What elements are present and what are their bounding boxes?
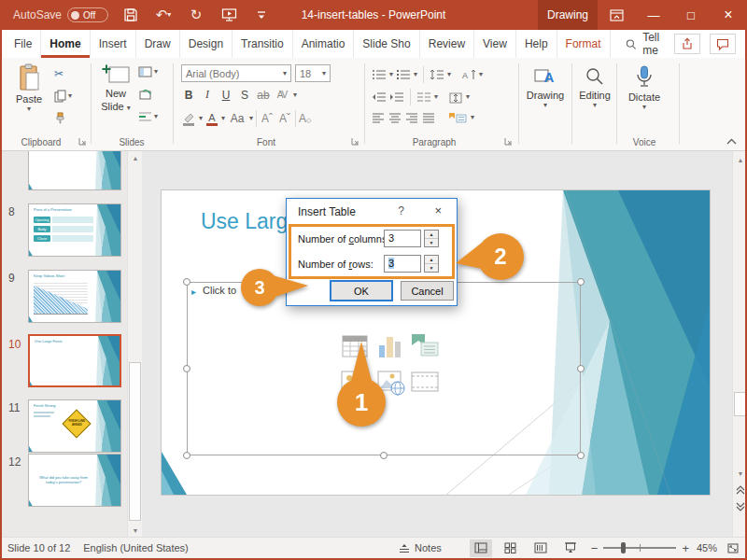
text-shadow-button[interactable]: S bbox=[237, 89, 252, 102]
copy-dropdown-icon[interactable]: ▾ bbox=[68, 93, 72, 99]
slide-sorter-view-button[interactable] bbox=[500, 539, 522, 557]
tab-animations[interactable]: Animatio bbox=[293, 30, 355, 58]
ok-button[interactable]: OK bbox=[330, 280, 393, 301]
normal-view-button[interactable] bbox=[470, 539, 492, 557]
ribbon-display-options-button[interactable] bbox=[598, 0, 635, 30]
redo-button[interactable]: ↻ bbox=[186, 3, 206, 27]
strikethrough-button[interactable]: ab bbox=[256, 89, 271, 102]
language-indicator[interactable]: English (United States) bbox=[83, 542, 189, 553]
thumbnail-slide-8[interactable]: Parts of a Presentation Opening Body Clo… bbox=[28, 203, 121, 257]
layout-dropdown-icon[interactable]: ▾ bbox=[154, 69, 158, 75]
spin-down-icon[interactable]: ▼ bbox=[425, 239, 438, 246]
autosave-switch[interactable]: Off bbox=[67, 7, 108, 22]
section-button[interactable]: ▾ bbox=[138, 111, 158, 122]
slide-title[interactable]: Use Larg bbox=[201, 209, 288, 234]
reading-view-button[interactable] bbox=[529, 539, 552, 557]
font-color-button[interactable]: A bbox=[205, 112, 218, 126]
save-icon[interactable] bbox=[120, 3, 141, 27]
tab-view[interactable]: View bbox=[474, 30, 516, 58]
columns-spinner[interactable]: ▲ ▼ bbox=[424, 230, 439, 247]
tab-design[interactable]: Design bbox=[180, 30, 233, 58]
clipboard-dialog-launcher[interactable] bbox=[78, 137, 87, 146]
thumbnail-slide-11[interactable]: Finish Strong FINISH LINE AHEAD bbox=[28, 399, 121, 453]
autosave-toggle[interactable]: AutoSave Off bbox=[13, 7, 108, 22]
thumbnail-scrollbar[interactable]: ▲ ▼ bbox=[127, 151, 142, 537]
align-right-button[interactable] bbox=[405, 112, 418, 123]
italic-button[interactable]: I bbox=[200, 88, 215, 102]
drawing-dropdown-icon[interactable]: ▾ bbox=[543, 103, 547, 108]
insert-video-icon[interactable] bbox=[410, 370, 440, 394]
section-dropdown-icon[interactable]: ▾ bbox=[154, 114, 158, 119]
numbering-button[interactable] bbox=[396, 69, 411, 80]
tab-help[interactable]: Help bbox=[516, 30, 557, 58]
comments-button[interactable] bbox=[710, 34, 736, 54]
bullets-dropdown-icon[interactable]: ▾ bbox=[389, 72, 393, 77]
highlight-color-button[interactable] bbox=[181, 112, 196, 126]
tell-me-box[interactable]: Tell me bbox=[626, 30, 674, 58]
copy-button[interactable]: ▾ bbox=[54, 90, 72, 103]
convert-smartart-dropdown-icon[interactable]: ▾ bbox=[471, 115, 474, 120]
thumbnail-slide-12[interactable]: What did you take away from today's pres… bbox=[28, 454, 121, 507]
tab-format[interactable]: Format bbox=[557, 30, 611, 58]
contextual-tab-drawing[interactable]: Drawing bbox=[538, 0, 598, 30]
thumbnail-slide-10[interactable]: Use Large Fonts bbox=[28, 334, 121, 387]
numbering-dropdown-icon[interactable]: ▾ bbox=[414, 72, 417, 77]
previous-slide-button[interactable] bbox=[736, 485, 745, 495]
grow-font-button[interactable]: Aˆ bbox=[260, 112, 275, 125]
undo-button[interactable]: ↶▾ bbox=[153, 3, 174, 27]
paste-dropdown-icon[interactable]: ▾ bbox=[27, 106, 31, 112]
cut-button[interactable]: ✂ bbox=[54, 67, 63, 80]
align-left-button[interactable] bbox=[372, 112, 385, 123]
next-slide-button[interactable] bbox=[736, 502, 745, 511]
scrollbar-thumb[interactable] bbox=[129, 362, 141, 521]
minimize-button[interactable]: — bbox=[635, 0, 672, 30]
spin-down-icon[interactable]: ▼ bbox=[425, 264, 438, 272]
tab-insert[interactable]: Insert bbox=[91, 30, 136, 58]
text-direction-button[interactable]: A bbox=[461, 69, 476, 80]
tab-slideshow[interactable]: Slide Sho bbox=[354, 30, 419, 58]
bullets-button[interactable] bbox=[372, 69, 387, 80]
highlight-color-dropdown-icon[interactable]: ▾ bbox=[199, 116, 203, 121]
font-size-dropdown-icon[interactable]: ▾ bbox=[322, 71, 326, 77]
shrink-font-button[interactable]: Aˇ bbox=[277, 112, 292, 125]
notes-button[interactable]: Notes bbox=[399, 542, 442, 553]
quick-access-more-button[interactable] bbox=[251, 3, 272, 27]
tab-review[interactable]: Review bbox=[420, 30, 474, 58]
layout-button[interactable]: ▾ bbox=[138, 66, 158, 77]
dictate-button[interactable]: Dictate ▾ bbox=[622, 65, 667, 110]
collapse-ribbon-button[interactable] bbox=[726, 138, 737, 146]
format-painter-button[interactable] bbox=[54, 112, 66, 125]
columns-input[interactable]: 3 bbox=[384, 230, 421, 247]
start-slideshow-button[interactable] bbox=[218, 3, 239, 27]
bold-button[interactable]: B bbox=[181, 89, 196, 102]
character-spacing-button[interactable]: AV bbox=[275, 90, 289, 100]
underline-button[interactable]: U bbox=[218, 89, 233, 102]
rows-spinner[interactable]: ▲ ▼ bbox=[424, 255, 439, 273]
scroll-down-button[interactable]: ▼ bbox=[128, 524, 143, 537]
dictate-dropdown-icon[interactable]: ▾ bbox=[642, 105, 646, 110]
line-spacing-dropdown-icon[interactable]: ▾ bbox=[447, 72, 451, 77]
align-text-button[interactable] bbox=[448, 91, 463, 104]
editing-dropdown-icon[interactable]: ▾ bbox=[593, 103, 597, 108]
new-slide-button[interactable]: New Slide ▾ bbox=[96, 63, 135, 112]
tab-file[interactable]: File bbox=[6, 30, 41, 58]
dialog-help-button[interactable]: ? bbox=[398, 204, 404, 217]
maximize-button[interactable]: □ bbox=[672, 0, 710, 30]
editing-menu-button[interactable]: Editing ▾ bbox=[574, 65, 615, 108]
close-button[interactable]: × bbox=[710, 0, 747, 30]
dialog-close-button[interactable]: × bbox=[434, 203, 442, 217]
change-case-dropdown-icon[interactable]: ▾ bbox=[249, 116, 253, 121]
drawing-menu-button[interactable]: A Drawing ▾ bbox=[522, 65, 569, 108]
align-text-dropdown-icon[interactable]: ▾ bbox=[466, 94, 470, 100]
character-spacing-dropdown-icon[interactable]: ▾ bbox=[293, 92, 297, 98]
reset-button[interactable] bbox=[138, 89, 152, 100]
share-button[interactable] bbox=[674, 34, 700, 54]
zoom-level[interactable]: 45% bbox=[697, 542, 717, 553]
undo-dropdown-icon[interactable]: ▾ bbox=[167, 12, 171, 18]
cancel-button[interactable]: Cancel bbox=[401, 281, 454, 301]
text-direction-dropdown-icon[interactable]: ▾ bbox=[479, 72, 483, 77]
change-case-button[interactable]: Aa bbox=[228, 112, 247, 125]
resize-handle-nw[interactable] bbox=[183, 278, 190, 286]
font-color-dropdown-icon[interactable]: ▾ bbox=[221, 116, 225, 121]
clear-formatting-button[interactable]: A◇ bbox=[299, 112, 311, 125]
